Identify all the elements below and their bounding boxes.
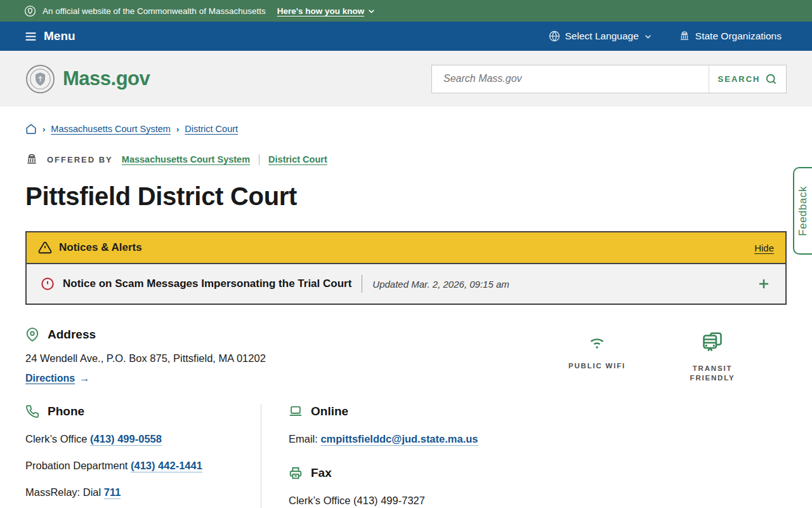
site-header: Mass.gov SEARCH	[0, 51, 812, 107]
fax-row: Clerk’s Office (413) 499-7327	[289, 495, 478, 507]
divider	[259, 154, 259, 165]
hide-link[interactable]: Hide	[754, 243, 774, 253]
state-organizations[interactable]: State Organizations	[679, 30, 782, 42]
breadcrumb-link-district-court[interactable]: District Court	[185, 124, 238, 134]
main-nav: Menu Select Language State Organizations	[0, 22, 812, 51]
breadcrumb-separator: ›	[176, 124, 179, 134]
menu-button[interactable]: Menu	[24, 29, 75, 43]
phone-row: MassRelay: Dial 711	[25, 486, 261, 498]
offered-by: OFFERED BY Massachusetts Court System Di…	[25, 153, 787, 166]
select-language[interactable]: Select Language	[549, 30, 652, 42]
phone-icon	[25, 404, 39, 418]
feedback-tab[interactable]: Feedback	[793, 167, 812, 255]
site-name: Mass.gov	[63, 67, 150, 90]
breadcrumb-separator: ›	[43, 124, 45, 134]
contact-section: Phone Clerk’s Office (413) 499-0558 Prob…	[25, 404, 787, 508]
home-icon[interactable]	[25, 123, 37, 135]
warning-triangle-icon	[38, 241, 52, 255]
hamburger-icon	[24, 30, 37, 43]
divider	[362, 275, 362, 293]
fax-icon	[289, 466, 303, 480]
map-pin-icon	[25, 328, 39, 342]
chevron-down-icon	[367, 7, 376, 15]
alert-circle-icon	[41, 277, 55, 291]
laptop-icon	[289, 404, 303, 418]
official-banner: An official website of the Commonwealth …	[0, 0, 812, 22]
amenity-public-wifi: PUBLIC WIFI	[562, 331, 632, 384]
arrow-right-icon: →	[79, 373, 89, 384]
phone-column: Phone Clerk’s Office (413) 499-0558 Prob…	[25, 404, 261, 508]
notice-title[interactable]: Notice on Scam Messages Impersonating th…	[63, 277, 351, 290]
offered-by-label: OFFERED BY	[47, 155, 113, 164]
online-column: Online Email: cmpittsfielddc@jud.state.m…	[261, 404, 478, 508]
heres-how-you-know[interactable]: Here's how you know	[277, 6, 376, 16]
fax-heading: Fax	[311, 466, 332, 480]
massgov-logo[interactable]: Mass.gov	[25, 64, 150, 94]
online-heading: Online	[311, 404, 348, 418]
search-input[interactable]	[432, 65, 709, 93]
amenities: PUBLIC WIFI TRANSIT FRIENDLY	[562, 328, 787, 384]
massgov-seal-icon	[25, 64, 55, 94]
statehouse-icon	[25, 153, 38, 166]
search-icon	[765, 73, 777, 85]
address-value: 24 Wendell Ave., P.O. Box 875, Pittsfiel…	[25, 352, 266, 364]
alert-notice-row: Notice on Scam Messages Impersonating th…	[27, 263, 785, 304]
state-seal-icon	[24, 5, 36, 17]
page-title: Pittsfield District Court	[25, 182, 787, 211]
statehouse-icon	[679, 30, 690, 42]
email-row: Email: cmpittsfielddc@jud.state.ma.us	[289, 433, 478, 445]
address-section: Address 24 Wendell Ave., P.O. Box 875, P…	[25, 328, 787, 384]
phone-link-massrelay[interactable]: 711	[104, 486, 121, 499]
phone-row: Probation Department (413) 442-1441	[25, 460, 261, 472]
breadcrumb-link-court-system[interactable]: Massachusetts Court System	[51, 124, 171, 134]
phone-link-probation[interactable]: (413) 442-1441	[131, 460, 202, 472]
chevron-down-icon	[644, 32, 652, 41]
offered-by-link-district-court[interactable]: District Court	[268, 154, 327, 164]
address-heading: Address	[48, 328, 96, 342]
search-button[interactable]: SEARCH	[709, 65, 786, 93]
transit-icon	[701, 331, 724, 354]
email-link[interactable]: cmpittsfielddc@jud.state.ma.us	[320, 433, 478, 446]
plus-icon	[756, 276, 771, 291]
alerts-title: Notices & Alerts	[59, 241, 142, 254]
expand-notice-button[interactable]	[756, 276, 771, 291]
directions-link[interactable]: Directions →	[25, 373, 89, 384]
amenity-transit-friendly: TRANSIT FRIENDLY	[678, 331, 747, 384]
globe-icon	[549, 30, 560, 42]
feedback-label: Feedback	[797, 186, 809, 236]
breadcrumb: › Massachusetts Court System › District …	[25, 123, 787, 135]
alerts-header: Notices & Alerts Hide	[27, 232, 785, 263]
wifi-icon	[584, 331, 610, 351]
official-text: An official website of the Commonwealth …	[43, 6, 266, 16]
phone-row: Clerk’s Office (413) 499-0558	[25, 433, 261, 445]
notice-updated: Updated Mar. 2, 2026, 09:15 am	[372, 279, 509, 290]
search-bar: SEARCH	[431, 65, 787, 93]
phone-heading: Phone	[48, 404, 84, 418]
phone-link-clerks-office[interactable]: (413) 499-0558	[90, 433, 162, 446]
offered-by-link-court-system[interactable]: Massachusetts Court System	[122, 154, 250, 164]
notices-alerts-block: Notices & Alerts Hide Notice on Scam Mes…	[25, 231, 787, 305]
